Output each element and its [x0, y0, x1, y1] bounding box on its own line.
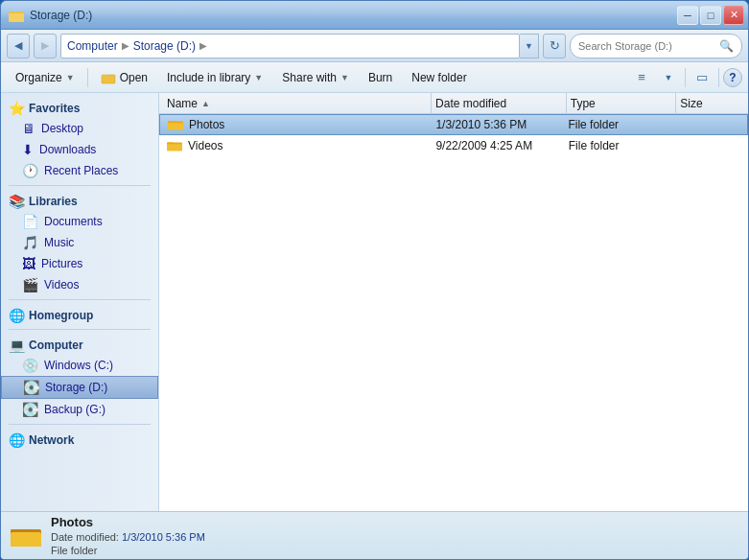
address-bar: ◀ ▶ Computer ▶ Storage (D:) ▶ ▼ ↻ 🔍: [1, 30, 748, 62]
new-folder-button[interactable]: New folder: [403, 65, 475, 90]
videos-icon: 🎬: [22, 277, 38, 292]
burn-button[interactable]: Burn: [360, 65, 401, 90]
windows-c-icon: 💿: [22, 358, 38, 373]
svg-rect-10: [167, 144, 182, 151]
sidebar-item-videos[interactable]: 🎬 Videos: [1, 274, 158, 295]
sidebar-group-libraries[interactable]: 📚 Libraries: [1, 190, 158, 211]
sidebar-section-libraries: 📚 Libraries 📄 Documents 🎵 Music 🖼 Pictur…: [1, 190, 158, 295]
file-rows: Photos 1/3/2010 5:36 PM File folder Vide…: [159, 114, 748, 511]
backup-g-icon: 💽: [22, 402, 38, 417]
file-type-videos: File folder: [569, 139, 676, 152]
maximize-button[interactable]: □: [700, 6, 721, 25]
file-date-photos: 1/3/2010 5:36 PM: [435, 118, 568, 131]
path-drive: Storage (D:): [133, 39, 196, 53]
include-in-library-button[interactable]: Include in library ▼: [158, 65, 271, 90]
sidebar-item-recent-places[interactable]: 🕐 Recent Places: [1, 160, 158, 181]
sidebar-item-music[interactable]: 🎵 Music: [1, 232, 158, 253]
refresh-button[interactable]: ↻: [543, 34, 566, 58]
view-dropdown-button[interactable]: ▼: [656, 65, 681, 90]
search-icon: 🔍: [719, 39, 734, 53]
file-name-photos: Photos: [168, 118, 435, 131]
network-icon: 🌐: [9, 432, 25, 448]
back-button[interactable]: ◀: [7, 34, 30, 58]
sidebar-item-backup-g[interactable]: 💽 Backup (G:): [1, 399, 158, 420]
view-options-button[interactable]: ≡: [629, 65, 654, 90]
sidebar-section-homegroup: 🌐 Homegroup: [1, 304, 158, 325]
sidebar-group-network[interactable]: 🌐 Network: [1, 429, 158, 450]
column-header-size[interactable]: Size: [676, 93, 744, 113]
column-header-name[interactable]: Name ▲: [163, 93, 432, 113]
sidebar-divider-3: [9, 329, 151, 330]
folder-icon-videos: [167, 139, 182, 152]
sort-arrow-name: ▲: [201, 99, 210, 108]
status-type: File folder: [51, 545, 205, 556]
sidebar-group-homegroup[interactable]: 🌐 Homegroup: [1, 304, 158, 325]
file-row-photos[interactable]: Photos 1/3/2010 5:36 PM File folder: [159, 114, 748, 135]
title-buttons: ─ □ ✕: [677, 6, 744, 25]
open-button[interactable]: Open: [92, 65, 156, 90]
sidebar-group-computer[interactable]: 💻 Computer: [1, 334, 158, 355]
status-folder-icon: [11, 521, 41, 551]
svg-rect-2: [9, 13, 24, 22]
sidebar-item-documents[interactable]: 📄 Documents: [1, 211, 158, 232]
homegroup-icon: 🌐: [9, 308, 25, 323]
file-date-videos: 9/22/2009 4:25 AM: [435, 139, 568, 152]
status-info: Photos Date modified: 1/3/2010 5:36 PM F…: [51, 515, 205, 556]
sidebar: ⭐ Favorites 🖥 Desktop ⬇ Downloads 🕐 Rece…: [1, 93, 159, 511]
search-input[interactable]: [578, 40, 715, 52]
sidebar-item-downloads[interactable]: ⬇ Downloads: [1, 139, 158, 160]
documents-icon: 📄: [22, 214, 38, 229]
column-headers: Name ▲ Date modified Type Size: [159, 93, 748, 114]
svg-rect-13: [11, 532, 41, 547]
address-dropdown[interactable]: ▼: [520, 34, 539, 58]
desktop-icon: 🖥: [22, 121, 35, 136]
sidebar-section-computer: 💻 Computer 💿 Windows (C:) 💽 Storage (D:)…: [1, 334, 158, 420]
title-bar: Storage (D:) ─ □ ✕: [1, 1, 748, 30]
share-with-button[interactable]: Share with ▼: [273, 65, 358, 90]
sidebar-item-storage-d[interactable]: 💽 Storage (D:): [1, 376, 158, 399]
favorites-star-icon: ⭐: [9, 101, 25, 116]
close-button[interactable]: ✕: [723, 6, 744, 25]
pictures-icon: 🖼: [22, 256, 35, 271]
music-icon: 🎵: [22, 235, 38, 250]
downloads-icon: ⬇: [22, 142, 34, 157]
sidebar-item-pictures[interactable]: 🖼 Pictures: [1, 253, 158, 274]
svg-rect-7: [168, 123, 183, 129]
sidebar-divider-4: [9, 424, 151, 425]
search-box: 🔍: [570, 34, 742, 58]
path-root: Computer: [67, 39, 118, 53]
status-name: Photos: [51, 515, 205, 529]
help-button[interactable]: ?: [723, 68, 742, 87]
status-meta: Date modified: 1/3/2010 5:36 PM: [51, 531, 205, 543]
explorer-window: Storage (D:) ─ □ ✕ ◀ ▶ Computer ▶ Storag…: [0, 0, 749, 560]
svg-rect-4: [102, 75, 107, 78]
status-bar: Photos Date modified: 1/3/2010 5:36 PM F…: [1, 511, 748, 559]
share-arrow: ▼: [340, 73, 349, 82]
path-sep-1: ▶: [122, 40, 129, 51]
organize-button[interactable]: Organize ▼: [7, 65, 83, 90]
sidebar-item-desktop[interactable]: 🖥 Desktop: [1, 118, 158, 139]
open-icon: [101, 70, 116, 85]
folder-icon-photos: [168, 118, 183, 131]
file-list: Name ▲ Date modified Type Size: [159, 93, 748, 511]
forward-button[interactable]: ▶: [34, 34, 57, 58]
toolbar-sep-3: [718, 68, 719, 87]
file-name-videos: Videos: [167, 139, 435, 152]
sidebar-group-favorites[interactable]: ⭐ Favorites: [1, 97, 158, 118]
library-arrow: ▼: [254, 73, 263, 82]
window-icon: [9, 8, 24, 23]
sidebar-item-windows-c[interactable]: 💿 Windows (C:): [1, 355, 158, 376]
sidebar-section-network: 🌐 Network: [1, 429, 158, 450]
computer-icon: 💻: [9, 338, 25, 353]
toolbar-right: ≡ ▼ ▭ ?: [629, 65, 742, 90]
address-path[interactable]: Computer ▶ Storage (D:) ▶: [60, 34, 520, 58]
preview-pane-button[interactable]: ▭: [690, 65, 714, 90]
file-row-videos[interactable]: Videos 9/22/2009 4:25 AM File folder: [159, 135, 748, 156]
toolbar-sep-1: [87, 68, 88, 87]
column-header-date[interactable]: Date modified: [432, 93, 567, 113]
column-header-type[interactable]: Type: [567, 93, 676, 113]
minimize-button[interactable]: ─: [677, 6, 698, 25]
recent-places-icon: 🕐: [22, 163, 38, 178]
path-sep-2: ▶: [199, 40, 207, 51]
sidebar-divider-1: [9, 185, 151, 186]
